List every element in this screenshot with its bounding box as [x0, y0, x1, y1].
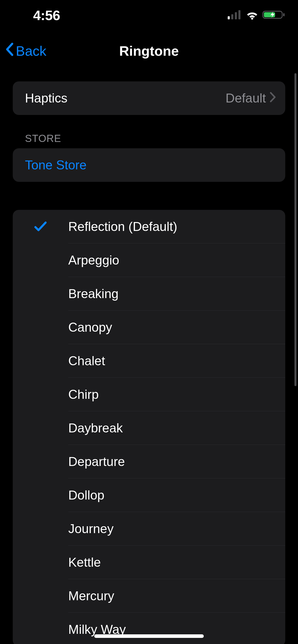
ringtone-row[interactable]: Kettle [13, 546, 285, 579]
nav-bar: Back Ringtone [0, 36, 298, 66]
svg-point-4 [251, 18, 253, 20]
back-button[interactable]: Back [5, 43, 46, 59]
ringtone-row[interactable]: Journey [13, 512, 285, 546]
svg-rect-0 [228, 16, 230, 19]
ringtone-label: Dollop [68, 488, 276, 503]
chevron-right-icon [269, 91, 276, 106]
back-label: Back [16, 43, 46, 59]
ringtone-row[interactable]: Milky Way [13, 613, 285, 644]
cellular-icon [228, 10, 242, 20]
haptics-label: Haptics [25, 91, 226, 106]
ringtone-label: Mercury [68, 589, 276, 603]
ringtone-label: Journey [68, 521, 276, 536]
ringtone-row[interactable]: Canopy [13, 311, 285, 344]
svg-rect-3 [238, 10, 240, 19]
ringtone-label: Arpeggio [68, 253, 276, 268]
status-bar: 4:56 [0, 0, 298, 31]
status-icons [228, 10, 285, 21]
ringtone-row[interactable]: Arpeggio [13, 243, 285, 277]
ringtone-list: Reflection (Default)ArpeggioBreakingCano… [13, 210, 285, 644]
ringtone-label: Kettle [68, 555, 276, 570]
ringtone-row[interactable]: Dollop [13, 478, 285, 512]
ringtone-row[interactable]: Chalet [13, 344, 285, 378]
wifi-icon [246, 10, 259, 21]
battery-charging-icon [262, 10, 285, 21]
ringtone-label: Breaking [68, 286, 276, 301]
svg-rect-7 [283, 13, 285, 16]
ringtone-label: Chirp [68, 387, 276, 402]
page-title: Ringtone [119, 43, 179, 59]
ringtone-row[interactable]: Mercury [13, 579, 285, 613]
ringtone-label: Daybreak [68, 421, 276, 435]
ringtone-label: Reflection (Default) [68, 219, 276, 234]
ringtone-label: Chalet [68, 354, 276, 368]
ringtone-row[interactable]: Daybreak [13, 411, 285, 445]
content: Haptics Default STORE Tone Store Reflect… [0, 71, 298, 644]
svg-rect-2 [235, 12, 237, 19]
store-header: STORE [13, 133, 285, 148]
ringtone-label: Canopy [68, 320, 276, 335]
tone-store-row[interactable]: Tone Store [13, 148, 285, 182]
scroll-indicator[interactable] [294, 73, 296, 386]
haptics-row[interactable]: Haptics Default [13, 81, 285, 115]
status-time: 4:56 [33, 7, 60, 23]
ringtone-row[interactable]: Chirp [13, 378, 285, 411]
ringtone-label: Departure [68, 454, 276, 469]
ringtone-row[interactable]: Breaking [13, 277, 285, 311]
svg-rect-1 [231, 14, 233, 19]
haptics-group: Haptics Default [13, 81, 285, 115]
ringtone-row[interactable]: Reflection (Default) [13, 210, 285, 243]
home-indicator[interactable] [94, 634, 204, 638]
ringtone-row[interactable]: Departure [13, 445, 285, 478]
tone-store-label: Tone Store [25, 158, 276, 172]
chevron-left-icon [5, 43, 14, 59]
haptics-value: Default [226, 91, 266, 106]
checkmark-icon [13, 221, 68, 232]
store-group: Tone Store [13, 148, 285, 182]
